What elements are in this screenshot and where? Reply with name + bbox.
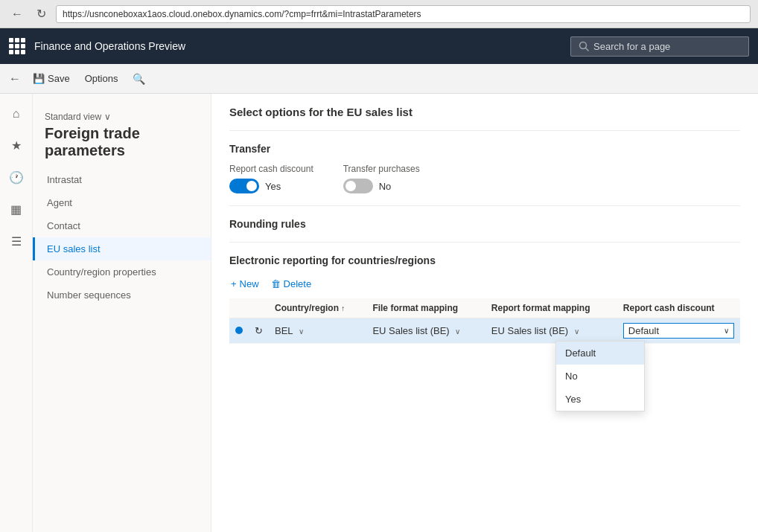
global-search-bar[interactable]: Search for a page <box>570 36 749 57</box>
standard-view-chevron: ∨ <box>104 112 111 122</box>
options-button[interactable]: Options <box>79 70 124 87</box>
sidebar-home-icon[interactable]: ⌂ <box>8 103 25 125</box>
search-icon <box>579 41 589 51</box>
save-label: Save <box>48 73 70 84</box>
report-cash-discount-group: Report cash discount Yes <box>229 164 313 193</box>
sidebar-item-contact[interactable]: Contact <box>33 214 211 237</box>
row-country-cell: BEL ∨ <box>269 318 366 344</box>
main-content: Select options for the EU sales list Tra… <box>211 94 758 532</box>
standard-view-label: Standard view <box>45 112 101 122</box>
delete-button[interactable]: 🗑 Delete <box>270 275 313 292</box>
country-value: BEL <box>275 325 293 336</box>
report-cash-discount-toggle[interactable] <box>229 179 259 193</box>
delete-label: Delete <box>284 278 312 289</box>
col-file-format: File format mapping <box>366 298 485 318</box>
sidebar-icon-rail: ⌂ ★ 🕐 ▦ ☰ <box>0 94 33 532</box>
standard-view-button[interactable]: Standard view ∨ <box>45 112 199 122</box>
new-label: New <box>240 278 259 289</box>
page-title: Foreign trade parameters <box>45 125 199 159</box>
divider-3 <box>229 242 740 243</box>
col-radio <box>229 298 249 318</box>
col-report-format: Report format mapping <box>485 298 617 318</box>
row-refresh-cell[interactable]: ↻ <box>249 318 269 344</box>
url-bar[interactable] <box>56 5 751 23</box>
sidebar-item-agent[interactable]: Agent <box>33 191 211 214</box>
search-placeholder-text: Search for a page <box>593 41 670 52</box>
col-refresh <box>249 298 269 318</box>
sidebar-modules-icon[interactable]: ▦ <box>6 198 26 221</box>
rounding-rules-title: Rounding rules <box>229 218 740 230</box>
sidebar-recent-icon[interactable]: 🕐 <box>4 166 28 189</box>
nav-sidebar: Standard view ∨ Foreign trade parameters… <box>33 94 211 532</box>
toolbar: ← 💾 Save Options 🔍 <box>0 64 758 94</box>
divider-2 <box>229 205 740 206</box>
report-cash-discount-value: Yes <box>265 181 281 192</box>
cash-discount-dropdown-menu: Default No Yes <box>555 341 645 411</box>
sidebar-menu-icon[interactable]: ☰ <box>7 230 26 253</box>
save-button[interactable]: 💾 Save <box>27 70 76 87</box>
sidebar-item-number-sequences[interactable]: Number sequences <box>33 283 211 307</box>
row-report-format-cell: EU Sales list (BE) ∨ <box>485 318 617 344</box>
row-cash-discount-cell[interactable]: Default ∨ <box>617 318 740 344</box>
file-format-chevron-icon: ∨ <box>455 327 460 336</box>
table-header-row: Country/region ↑ File format mapping Rep… <box>229 298 740 318</box>
app-grid-icon[interactable] <box>9 38 25 54</box>
app-title: Finance and Operations Preview <box>34 40 561 52</box>
transfer-purchases-label: Transfer purchases <box>343 164 420 174</box>
refresh-button[interactable]: ↻ <box>33 5 50 22</box>
transfer-purchases-group: Transfer purchases No <box>343 164 420 193</box>
cash-discount-dropdown[interactable]: Default ∨ <box>623 323 734 339</box>
cash-discount-value: Default <box>628 325 659 336</box>
report-format-chevron-icon: ∨ <box>574 327 579 336</box>
row-radio-cell[interactable] <box>229 318 249 344</box>
transfer-purchases-toggle[interactable] <box>343 179 373 193</box>
trash-icon: 🗑 <box>271 278 281 289</box>
nav-items: Intrastat Agent Contact EU sales list Co… <box>33 168 211 307</box>
col-cash-discount: Report cash discount <box>617 298 740 318</box>
country-chevron-icon: ∨ <box>299 327 304 336</box>
electronic-reporting-title: Electronic reporting for countries/regio… <box>229 254 740 266</box>
main-layout: ⌂ ★ 🕐 ▦ ☰ Standard view ∨ Foreign trade … <box>0 94 758 532</box>
electronic-reporting-table: Country/region ↑ File format mapping Rep… <box>229 298 740 344</box>
plus-icon: + <box>231 278 237 289</box>
dropdown-chevron-icon: ∨ <box>724 327 729 335</box>
table-row: ↻ BEL ∨ EU Sales list (BE) ∨ EU Sales li… <box>229 318 740 344</box>
divider-1 <box>229 130 740 131</box>
transfer-purchases-value: No <box>379 181 392 192</box>
sidebar-favorites-icon[interactable]: ★ <box>7 134 26 157</box>
svg-line-1 <box>586 48 589 51</box>
sort-icon: ↑ <box>341 304 345 313</box>
app-header: Finance and Operations Preview Search fo… <box>0 28 758 64</box>
browser-bar: ← ↻ <box>0 0 758 28</box>
sidebar-item-country-region[interactable]: Country/region properties <box>33 260 211 283</box>
save-icon: 💾 <box>33 73 45 84</box>
col-country: Country/region ↑ <box>269 298 366 318</box>
dropdown-option-default[interactable]: Default <box>556 342 644 365</box>
report-format-value: EU Sales list (BE) <box>491 325 568 336</box>
section-title: Select options for the EU sales list <box>229 106 740 118</box>
toggle-slider-on <box>229 179 259 193</box>
file-format-value: EU Sales list (BE) <box>372 325 449 336</box>
toolbar-back-button[interactable]: ← <box>6 69 24 89</box>
row-selected-indicator <box>235 327 243 334</box>
dropdown-option-no[interactable]: No <box>556 365 644 388</box>
sidebar-item-eu-sales-list[interactable]: EU sales list <box>33 237 211 260</box>
report-cash-discount-toggle-row: Yes <box>229 179 313 193</box>
back-button[interactable]: ← <box>7 6 27 22</box>
transfer-grid: Report cash discount Yes Transfer purcha… <box>229 164 740 193</box>
toggle-slider-off <box>343 179 373 193</box>
new-button[interactable]: + New <box>229 275 261 292</box>
report-cash-discount-label: Report cash discount <box>229 164 313 174</box>
transfer-purchases-toggle-row: No <box>343 179 420 193</box>
toolbar-search-button[interactable]: 🔍 <box>127 70 151 88</box>
table-toolbar: + New 🗑 Delete <box>229 275 740 292</box>
row-file-format-cell: EU Sales list (BE) ∨ <box>366 318 485 344</box>
dropdown-option-yes[interactable]: Yes <box>556 388 644 411</box>
page-header: Standard view ∨ Foreign trade parameters <box>33 106 211 168</box>
sidebar-item-intrastat[interactable]: Intrastat <box>33 168 211 191</box>
transfer-section-title: Transfer <box>229 143 740 155</box>
